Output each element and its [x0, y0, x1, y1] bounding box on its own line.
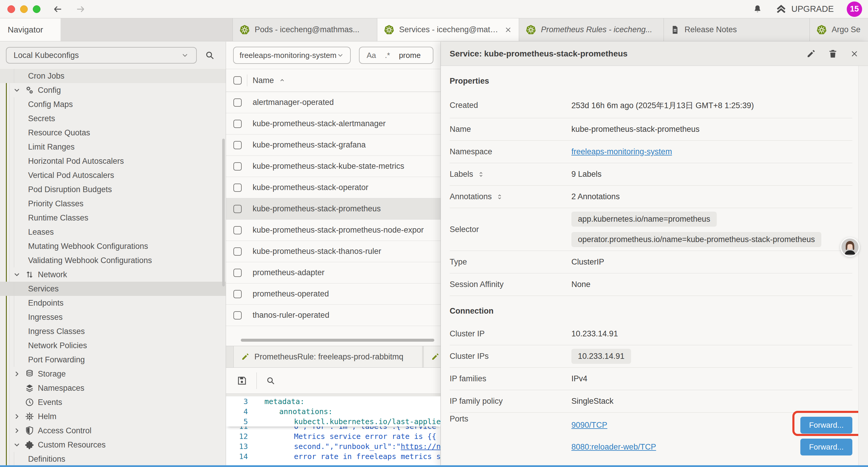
- sidebar-item-leases[interactable]: Leases: [0, 225, 226, 239]
- save-icon[interactable]: [236, 375, 248, 386]
- back-arrow-icon[interactable]: [52, 4, 63, 14]
- sidebar-item-config[interactable]: Config: [0, 83, 226, 97]
- sidebar-item-storage[interactable]: Storage: [0, 367, 226, 381]
- name-column-header[interactable]: Name: [253, 76, 286, 85]
- sidebar-item-endpoints[interactable]: Endpoints: [0, 296, 226, 310]
- row-checkbox[interactable]: [234, 162, 242, 171]
- table-row[interactable]: kube-prometheus-stack-thanos-ruler: [226, 241, 440, 262]
- regex-toggle[interactable]: .*: [385, 51, 390, 60]
- table-row[interactable]: kube-prometheus-stack-kube-state-metrics: [226, 156, 440, 177]
- row-checkbox[interactable]: [234, 290, 242, 298]
- table-row[interactable]: kube-prometheus-stack-prometheus-node-ex…: [226, 220, 440, 241]
- navigator-panel-tab[interactable]: Navigator: [0, 18, 61, 41]
- table-search-input[interactable]: Aa .* prome: [359, 47, 433, 64]
- sidebar-item-config-maps[interactable]: Config Maps: [0, 97, 226, 111]
- sidebar-item-events[interactable]: Events: [0, 395, 226, 409]
- line-number: 3: [226, 397, 253, 406]
- sidebar-item-namespaces[interactable]: Namespaces: [0, 381, 226, 395]
- sidebar-item-runtime-classes[interactable]: Runtime Classes: [0, 211, 226, 225]
- sidebar-item-resource-quotas[interactable]: Resource Quotas: [0, 126, 226, 140]
- horizontal-scrollbar[interactable]: [241, 339, 434, 342]
- property-value: 253d 16h 6m ago (2025年1月13日 GMT+8 1:25:3…: [571, 100, 852, 111]
- table-row[interactable]: prometheus-operated: [226, 284, 440, 305]
- tab-pods-icecheng-mathmas-[interactable]: Pods - icecheng@mathmas...: [232, 18, 377, 41]
- sidebar-item-network-policies[interactable]: Network Policies: [0, 339, 226, 353]
- port-line: 8080:reloader-web/TCPForward...: [571, 436, 852, 458]
- close-icon[interactable]: [850, 49, 859, 59]
- maximize-window-button[interactable]: [33, 5, 40, 13]
- sticky-scroll-lines: 3metadata:4annotations:5kubectl.kubernet…: [226, 396, 440, 427]
- expander-icon[interactable]: [496, 193, 503, 200]
- sidebar-item-vertical-pod-autoscalers[interactable]: Vertical Pod Autoscalers: [0, 168, 226, 182]
- row-checkbox[interactable]: [234, 269, 242, 277]
- row-checkbox[interactable]: [234, 205, 242, 213]
- sidebar-item-ingresses[interactable]: Ingresses: [0, 310, 226, 324]
- editor-tab[interactable]: [423, 346, 441, 368]
- row-checkbox[interactable]: [234, 120, 242, 128]
- match-case-toggle[interactable]: Aa: [367, 51, 376, 60]
- table-row[interactable]: kube-prometheus-stack-alertmanager: [226, 113, 440, 135]
- table-row[interactable]: thanos-ruler-operated: [226, 305, 440, 326]
- row-checkbox[interactable]: [234, 98, 242, 107]
- drawer-scroll-gutter[interactable]: [858, 66, 868, 465]
- table-row[interactable]: prometheus-adapter: [226, 262, 440, 284]
- row-checkbox[interactable]: [234, 183, 242, 192]
- sidebar-item-label: Network: [38, 270, 67, 279]
- forward-arrow-icon[interactable]: [75, 4, 86, 14]
- forward-button[interactable]: Forward...: [800, 439, 852, 456]
- navigator-scrollbar[interactable]: [222, 139, 225, 286]
- namespace-link[interactable]: freeleaps-monitoring-system: [571, 147, 852, 156]
- bell-icon[interactable]: [752, 4, 763, 14]
- editor-tab-prometheusrule-freeleaps-prod-[interactable]: PrometheusRule: freeleaps-prod-rabbitmq: [234, 346, 423, 368]
- row-checkbox[interactable]: [234, 311, 242, 320]
- tab-release-notes[interactable]: Release Notes: [664, 18, 810, 41]
- port-link[interactable]: 9090/TCP: [571, 420, 608, 430]
- delete-icon[interactable]: [828, 49, 838, 59]
- sidebar-item-pod-disruption-budgets[interactable]: Pod Disruption Budgets: [0, 182, 226, 197]
- tab-services-icecheng-math-[interactable]: Services - icecheng@math...: [377, 18, 519, 41]
- minimize-window-button[interactable]: [20, 5, 28, 13]
- row-checkbox[interactable]: [234, 247, 242, 256]
- close-window-button[interactable]: [7, 5, 15, 13]
- edit-icon[interactable]: [806, 49, 816, 59]
- table-row[interactable]: kube-prometheus-stack-operator: [226, 177, 440, 198]
- sidebar-item-cron-jobs[interactable]: Cron Jobs: [0, 69, 226, 83]
- sidebar-item-port-forwarding[interactable]: Port Forwarding: [0, 353, 226, 367]
- sidebar-item-access-control[interactable]: Access Control: [0, 424, 226, 438]
- search-icon[interactable]: [205, 50, 215, 61]
- sidebar-item-definitions[interactable]: Definitions: [0, 452, 226, 466]
- kubeconfig-select[interactable]: Local Kubeconfigs: [6, 47, 197, 63]
- tab-argo-se[interactable]: Argo Se: [810, 18, 868, 41]
- expander-icon[interactable]: [477, 171, 485, 178]
- sidebar-item-services[interactable]: Services: [0, 282, 226, 296]
- notification-badge[interactable]: 15: [847, 1, 862, 17]
- sidebar-item-secrets[interactable]: Secrets: [0, 111, 226, 126]
- editor-search-icon[interactable]: [266, 376, 276, 386]
- row-checkbox[interactable]: [234, 141, 242, 149]
- avatar[interactable]: [840, 237, 860, 257]
- row-checkbox[interactable]: [234, 226, 242, 234]
- sidebar-item-limit-ranges[interactable]: Limit Ranges: [0, 140, 226, 154]
- property-label: Created: [450, 101, 571, 110]
- sidebar-item-mutating-webhook-configurations[interactable]: Mutating Webhook Configurations: [0, 239, 226, 253]
- sidebar-item-validating-webhook-configurations[interactable]: Validating Webhook Configurations: [0, 253, 226, 267]
- sidebar-item-priority-classes[interactable]: Priority Classes: [0, 197, 226, 211]
- sidebar-item-network[interactable]: Network: [0, 267, 226, 282]
- service-name: kube-prometheus-stack-prometheus: [253, 204, 381, 213]
- tab-label: Pods - icecheng@mathmas...: [255, 25, 360, 34]
- namespace-filter-select[interactable]: freeleaps-monitoring-system: [233, 47, 351, 64]
- yaml-editor[interactable]: 3metadata:4annotations:5kubectl.kubernet…: [226, 396, 440, 465]
- sidebar-item-ingress-classes[interactable]: Ingress Classes: [0, 324, 226, 339]
- sidebar-item-horizontal-pod-autoscalers[interactable]: Horizontal Pod Autoscalers: [0, 154, 226, 168]
- table-row[interactable]: kube-prometheus-stack-prometheus: [226, 198, 440, 220]
- sidebar-item-custom-resources[interactable]: Custom Resources: [0, 438, 226, 452]
- upgrade-button[interactable]: UPGRADE: [776, 4, 834, 15]
- tab-prometheus-rules-icecheng-[interactable]: Prometheus Rules - icecheng...: [519, 18, 664, 41]
- sidebar-item-helm[interactable]: Helm: [0, 409, 226, 424]
- forward-button[interactable]: Forward...: [800, 417, 852, 434]
- table-row[interactable]: kube-prometheus-stack-grafana: [226, 135, 440, 156]
- select-all-checkbox[interactable]: [234, 76, 242, 85]
- port-link[interactable]: 8080:reloader-web/TCP: [571, 442, 656, 451]
- tab-close-icon[interactable]: [504, 26, 512, 34]
- table-row[interactable]: alertmanager-operated: [226, 92, 440, 113]
